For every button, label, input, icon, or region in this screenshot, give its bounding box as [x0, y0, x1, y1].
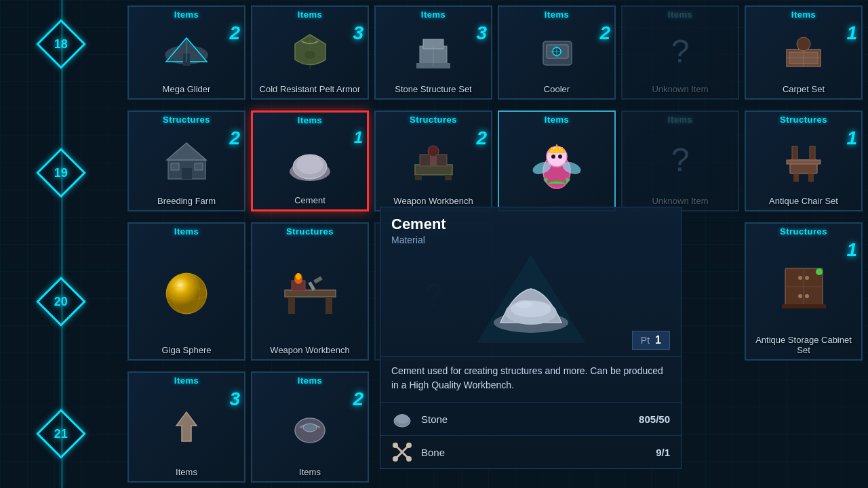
bone-icon	[392, 442, 412, 462]
level-node-18: 18	[41, 24, 81, 64]
empty-row3-col5	[745, 371, 863, 483]
tooltip-description: Cement used for creating structures and …	[380, 357, 681, 402]
ingredient-row-stone: Stone 805/50	[380, 402, 681, 435]
card-name-stone-structure: Stone Structure Set	[376, 81, 491, 98]
card-fairy[interactable]: Items	[498, 110, 616, 211]
card-type-fairy: Items	[499, 112, 614, 126]
svg-rect-41	[810, 146, 815, 161]
diamond-21: 21	[36, 409, 86, 459]
card-items-row3-1[interactable]: Items 2 Items	[251, 371, 369, 483]
card-cooler[interactable]: Items 2 Cooler	[498, 5, 616, 100]
card-img-items-row3-0: 3	[129, 387, 244, 464]
card-unknown-1[interactable]: Items ? Unknown Item	[621, 5, 739, 100]
card-items-row3-0[interactable]: Items 3 Items	[127, 371, 245, 483]
card-type-antique-storage: Structures	[746, 224, 861, 238]
cabinet-icon	[778, 258, 829, 312]
stone-ingredient-icon	[391, 408, 413, 430]
card-antique-chair[interactable]: Structures 1 Antique Chair Set	[745, 110, 863, 211]
card-img-unknown-1: ?	[623, 21, 738, 81]
svg-rect-64	[782, 304, 826, 308]
card-type-cooler: Items	[499, 7, 614, 21]
card-type-stone-structure: Items	[376, 7, 491, 21]
card-stone-structure[interactable]: Items 3 Stone Structure Set	[374, 5, 492, 100]
triangle-decoration	[477, 255, 585, 343]
card-type-antique-chair: Structures	[746, 112, 861, 126]
cooler-icon	[535, 29, 579, 73]
card-name-mega-glider: Mega Glider	[129, 81, 244, 98]
card-name-items-row3-0: Items	[129, 464, 244, 481]
card-cement[interactable]: Items 1 Cement	[251, 110, 369, 211]
svg-rect-23	[195, 163, 203, 170]
card-type-unknown-1: Items	[623, 7, 738, 21]
card-img-breeding-farm: 2	[129, 126, 244, 193]
ingredient-amount-bone: 9/1	[656, 447, 670, 458]
svg-rect-28	[415, 175, 422, 180]
svg-rect-55	[308, 281, 315, 291]
card-carpet-set[interactable]: Items 1 Carpet Set	[745, 5, 863, 100]
tooltip-panel: Cement Material Pt 1 Cement used for cre…	[380, 207, 682, 469]
svg-point-26	[296, 155, 323, 174]
pt-label: Pt	[641, 335, 650, 346]
svg-point-76	[393, 443, 398, 448]
level-node-20: 20	[41, 281, 81, 322]
card-type-weapon-workbench: Structures	[252, 224, 368, 238]
armor-icon	[288, 29, 332, 73]
svg-point-36	[558, 155, 562, 159]
bone-ingredient-icon	[391, 441, 413, 463]
card-weapon-workbench[interactable]: Structures Weapon Workbench	[251, 222, 369, 361]
level-label-21: 21	[54, 427, 68, 441]
card-type-giga-sphere: Items	[129, 224, 244, 238]
level-label-18: 18	[54, 37, 68, 52]
svg-point-18	[797, 37, 810, 51]
card-count-antique-storage: 1	[846, 239, 857, 261]
card-img-antique-chair: 1	[746, 126, 861, 193]
svg-marker-20	[167, 143, 206, 160]
card-pelt-armor[interactable]: Items 3 Cold Resistant Pelt Armor	[251, 5, 369, 100]
card-antique-storage[interactable]: Structures 1 Antique Storage Cabinet Set	[745, 222, 863, 361]
svg-point-4	[304, 51, 315, 59]
card-weapon-workbench-small[interactable]: Structures 2 Weapon Workbench	[374, 110, 492, 211]
card-type-carpet-set: Items	[746, 7, 861, 21]
svg-rect-42	[787, 160, 821, 164]
card-count-cooler: 2	[599, 22, 610, 44]
card-count-items-row3-1: 2	[353, 388, 363, 410]
svg-point-67	[303, 424, 317, 432]
card-name-items-row3-1: Items	[252, 464, 368, 481]
svg-point-73	[395, 414, 409, 424]
card-type-pelt-armor: Items	[252, 7, 368, 21]
diamond-20: 20	[36, 277, 86, 327]
card-name-weapon-workbench: Weapon Workbench	[252, 342, 368, 359]
ingredient-amount-stone: 805/50	[639, 413, 670, 425]
chair-icon	[780, 136, 827, 184]
level-node-19: 19	[41, 152, 81, 193]
card-unknown-2[interactable]: Items ? Unknown Item	[621, 110, 739, 211]
card-img-stone-structure: 3	[376, 21, 491, 81]
svg-rect-21	[182, 168, 192, 179]
stone-structure-icon	[410, 29, 457, 73]
card-name-pelt-armor: Cold Resistant Pelt Armor	[252, 81, 368, 98]
svg-rect-40	[792, 146, 797, 161]
svg-rect-43	[793, 174, 799, 182]
arrow-icon	[163, 402, 210, 449]
unknown-icon-1: ?	[671, 33, 690, 70]
card-type-mega-glider: Items	[129, 7, 244, 21]
card-img-unknown-2: ?	[623, 126, 738, 193]
svg-rect-32	[430, 157, 437, 166]
card-img-mega-glider: 2	[129, 21, 244, 81]
card-mega-glider[interactable]: Items 2 Mega Glider	[127, 5, 245, 100]
svg-point-35	[551, 155, 555, 159]
farm-icon	[161, 136, 212, 184]
card-giga-sphere[interactable]: Items Giga Sphere	[127, 222, 245, 361]
ingredient-name-stone: Stone	[421, 413, 631, 425]
level-node-21: 21	[41, 413, 81, 454]
card-type-unknown-2: Items	[623, 112, 738, 126]
card-breeding-farm[interactable]: Structures 2 Breeding Farm	[127, 110, 245, 211]
card-count-stone-structure: 3	[476, 22, 487, 44]
diamond-19: 19	[36, 148, 86, 198]
item2-icon	[286, 402, 334, 449]
card-count-carpet-set: 1	[846, 22, 857, 44]
card-img-weapon-workbench-small: 2	[376, 126, 491, 193]
card-type-weapon-workbench-small: Structures	[376, 112, 491, 126]
card-img-cooler: 2	[499, 21, 614, 81]
card-img-pelt-armor: 3	[252, 21, 368, 81]
